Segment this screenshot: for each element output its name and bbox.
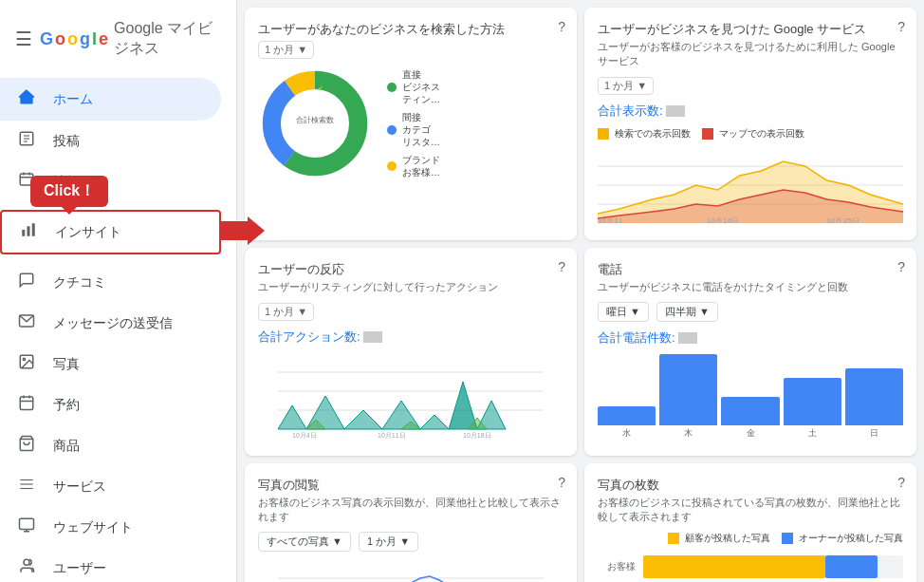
sidebar-header: ☰ Google Google マイビジネス [0, 8, 236, 74]
click-label: Click！ [44, 182, 95, 198]
legend-label-owner: オーナーが投稿した写真 [799, 532, 903, 545]
bookings-icon [15, 394, 38, 416]
photo-views-filter2[interactable]: 1 か月 ▼ [359, 532, 418, 552]
home-icon [15, 87, 38, 111]
legend-owner-photo: オーナーが投稿した写真 [782, 532, 903, 545]
donut-container: 合計検索数 直接ビジネスティン… 間接カテゴリスタ… ブランドお客様… [258, 66, 564, 180]
sidebar-item-insights-label: インサイト [55, 224, 121, 241]
main-content: ユーザーがあなたのビジネスを検索した方法 1 か月 ▼ ? 合計検索数 直接ビジ… [237, 0, 924, 582]
photo-views-subtitle: お客様のビジネス写真の表示回数が、同業他社と比較して表示されます [258, 496, 564, 524]
svg-rect-9 [28, 226, 30, 236]
svg-rect-8 [22, 230, 25, 236]
sidebar-item-photos[interactable]: 写真 [0, 344, 221, 385]
photo-views-filter1[interactable]: すべての写真 ▼ [258, 532, 351, 552]
legend-customer-photo: 顧客が投稿した写真 [668, 532, 770, 545]
sidebar-item-reviews[interactable]: クチコミ [0, 262, 221, 303]
bar-fri [721, 397, 779, 425]
bar-group-sat: 土 [784, 378, 841, 440]
google-service-stat-label: 合計表示数: [598, 103, 663, 118]
phone-stat: 合計電話件数: ■■■ [598, 329, 903, 347]
legend-label-indirect: 間接カテゴリスタ… [402, 111, 440, 148]
donut-chart: 合計検索数 [258, 66, 372, 180]
hamburger-icon[interactable]: ☰ [15, 28, 32, 50]
sidebar-item-products[interactable]: 商品 [0, 425, 221, 466]
sidebar-item-website[interactable]: ウェブサイト [0, 507, 221, 548]
legend-label-direct: 直接ビジネスティン… [402, 68, 440, 105]
sidebar-item-home[interactable]: ホーム [0, 78, 221, 121]
h-bar-track-customer [643, 555, 903, 578]
bar-group-sun: 日 [845, 368, 903, 440]
sidebar-item-services[interactable]: サービス [0, 466, 221, 507]
insights-icon [17, 221, 40, 243]
sidebar-item-users[interactable]: ユーザー [0, 548, 221, 582]
phone-filters: 曜日 ▼ 四半期 ▼ [598, 302, 903, 322]
card-phone: ? 電話 ユーザーがビジネスに電話をかけたタイミングと回数 曜日 ▼ 四半期 ▼… [584, 248, 916, 456]
google-service-chart: 10月11 10月16日 10月25日 [598, 147, 903, 223]
google-service-legend: 検索での表示回数 マップでの表示回数 [598, 127, 903, 143]
svg-point-26 [24, 559, 29, 565]
bar-group-wed: 水 [598, 406, 656, 440]
arrow-right [219, 216, 265, 249]
sidebar-item-posts-label: 投稿 [53, 133, 80, 150]
svg-text:10月25日: 10月25日 [827, 217, 860, 223]
photo-count-subtitle: お客様のビジネスに投稿されている写真の枚数が、同業他社と比較して表示されます [598, 496, 903, 524]
sidebar-item-bookings-label: 予約 [53, 397, 80, 414]
bar-label-sat: 土 [808, 427, 817, 440]
posts-icon [15, 130, 38, 152]
phone-title: 電話 [598, 261, 903, 278]
sidebar-item-insights[interactable]: Click！ インサイト [0, 210, 221, 254]
sidebar-item-messages[interactable]: メッセージの送受信 [0, 303, 221, 344]
google-service-period[interactable]: 1 か月 ▼ [598, 77, 654, 95]
photo-views-help-icon[interactable]: ? [558, 475, 565, 490]
logo-text: Google マイビジネス [114, 19, 221, 59]
phone-filter2[interactable]: 四半期 ▼ [656, 302, 718, 322]
search-method-help-icon[interactable]: ? [558, 19, 565, 34]
photos-icon [15, 353, 38, 375]
sidebar-item-services-label: サービス [53, 479, 106, 496]
photo-count-legend: 顧客が投稿した写真 オーナーが投稿した写真 [598, 532, 903, 548]
sidebar-nav: ホーム 投稿 情報 Click！ インサイト [0, 74, 236, 582]
sidebar-item-website-label: ウェブサイト [53, 519, 133, 536]
photo-count-help-icon[interactable]: ? [897, 475, 905, 490]
photo-views-title: 写真の閲覧 [258, 477, 564, 494]
sidebar-item-posts[interactable]: 投稿 [0, 121, 221, 161]
bar-sat [784, 378, 841, 425]
card-user-reaction: ? ユーザーの反応 ユーザーがリスティングに対して行ったアクション 1 か月 ▼… [245, 248, 577, 456]
google-service-help-icon[interactable]: ? [897, 19, 905, 34]
svg-text:10月18日: 10月18日 [463, 432, 491, 439]
h-bar-container: お客様 同業他社 [598, 555, 903, 582]
svg-text:10月11日: 10月11日 [378, 432, 406, 439]
user-reaction-period[interactable]: 1 か月 ▼ [258, 303, 314, 321]
card-google-service: ユーザーがビジネスを見つけた Google サービス ユーザーがお客様のビジネス… [584, 8, 916, 240]
google-service-stat: 合計表示数: ■■■ [598, 103, 903, 120]
bar-label-fri: 金 [747, 427, 755, 440]
svg-rect-23 [20, 518, 34, 529]
google-service-title: ユーザーがビジネスを見つけた Google サービス [598, 21, 903, 38]
card-photo-views: ? 写真の閲覧 お客様のビジネス写真の表示回数が、同業他社と比較して表示されます… [245, 463, 577, 582]
h-bar-blue-customer [825, 555, 878, 578]
search-method-period[interactable]: 1 か月 ▼ [258, 41, 314, 59]
sidebar-item-products-label: 商品 [53, 438, 80, 455]
bar-label-sun: 日 [870, 427, 878, 440]
phone-filter1[interactable]: 曜日 ▼ [598, 302, 649, 322]
sidebar-item-reviews-label: クチコミ [53, 274, 106, 291]
legend-item-direct: 直接ビジネスティン… [387, 68, 440, 105]
phone-help-icon[interactable]: ? [897, 259, 905, 274]
user-reaction-stat: 合計アクション数: ■■■ [258, 329, 564, 346]
phone-stat-label: 合計電話件数: [598, 330, 675, 345]
user-reaction-stat-label: 合計アクション数: [258, 329, 360, 344]
card-photo-count: ? 写真の枚数 お客様のビジネスに投稿されている写真の枚数が、同業他社と比較して… [584, 463, 916, 582]
user-reaction-help-icon[interactable]: ? [558, 259, 565, 274]
users-icon [15, 557, 38, 579]
reviews-icon [15, 272, 38, 293]
sidebar-item-photos-label: 写真 [53, 356, 80, 373]
search-method-title: ユーザーがあなたのビジネスを検索した方法 [258, 21, 564, 38]
svg-marker-42 [344, 410, 382, 429]
bar-wed [598, 406, 656, 425]
phone-subtitle: ユーザーがビジネスに電話をかけたタイミングと回数 [598, 280, 903, 294]
sidebar-item-bookings[interactable]: 予約 [0, 385, 221, 425]
legend-label-search: 検索での表示回数 [615, 127, 691, 141]
svg-marker-44 [420, 415, 449, 429]
legend-dot-indirect [387, 125, 397, 135]
sidebar-item-users-label: ユーザー [53, 560, 106, 577]
